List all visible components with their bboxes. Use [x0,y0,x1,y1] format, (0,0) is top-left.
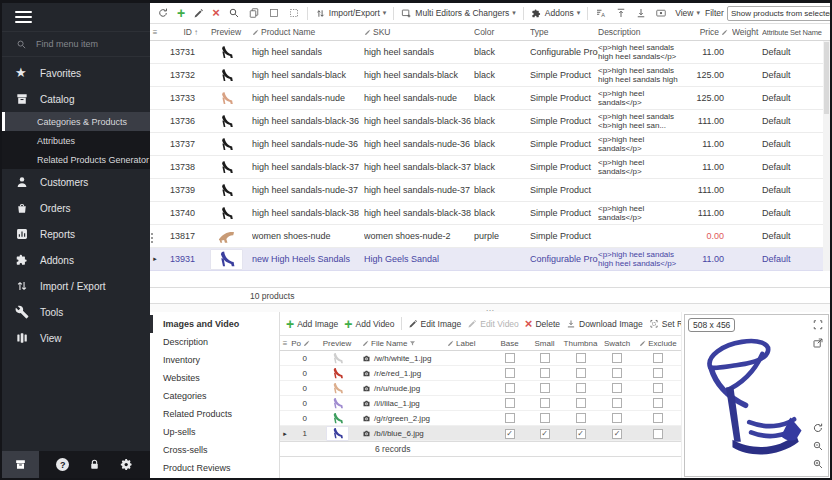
sidebar-item-import-export[interactable]: Import / Export [2,273,150,299]
exclude-checkbox[interactable] [653,398,663,408]
small-checkbox[interactable] [540,353,550,363]
product-row[interactable]: 13738high heel sandals-black-37high heel… [150,156,830,179]
thumbnail-checkbox[interactable] [576,383,586,393]
refresh-button[interactable] [154,5,172,21]
column-header-attribute-set[interactable]: Attribute Set Name [762,28,823,37]
image-row[interactable]: 0/n/u/nude.jpg [280,381,681,396]
swatch-checkbox[interactable] [612,429,622,439]
add-video-button[interactable]: +Add Video [342,316,396,332]
tab-inventory[interactable]: Inventory [150,351,279,369]
sidebar-item-attributes[interactable]: Attributes [2,131,150,150]
lock-button[interactable] [88,458,101,471]
sidebar-item-reports[interactable]: Reports [2,221,150,247]
clipboard-button[interactable] [285,5,303,21]
sidebar-item-favorites[interactable]: ★Favorites [2,60,150,86]
column-header-product-name[interactable]: Product Name [252,27,364,37]
image-row[interactable]: 0/l/i/lilac_1.jpg [280,396,681,411]
image-row[interactable]: 0/g/r/green_2.jpg [280,411,681,426]
add-image-button[interactable]: +Add Image [284,316,340,332]
tab-product-reviews[interactable]: Product Reviews [150,459,279,477]
product-row[interactable]: 13817women shoes-nudewomen shoes-nude-2p… [150,225,830,248]
add-product-button[interactable]: + [174,5,188,21]
sidebar-item-orders[interactable]: Orders [2,195,150,221]
exclude-checkbox[interactable] [653,429,663,439]
product-row[interactable]: 13740high heel sandals-black-38high heel… [150,202,830,225]
column-header-file-name[interactable]: File Name [362,339,447,348]
exclude-checkbox[interactable] [653,383,663,393]
exclude-checkbox[interactable] [653,413,663,423]
search-button[interactable] [225,5,243,21]
addons-menu[interactable]: Addons▾ [528,6,583,21]
zoom-out-button[interactable] [812,440,824,452]
category-filter-select[interactable]: Show products from selected categories ▾ [727,6,830,21]
sidebar-item-customers[interactable]: Customers [2,169,150,195]
swatch-checkbox[interactable] [612,368,622,378]
grid-vertical-scrollbar[interactable] [823,41,830,271]
small-checkbox[interactable] [540,398,550,408]
thumbnail-checkbox[interactable] [576,429,586,439]
tab-up-sells[interactable]: Up-sells [150,423,279,441]
sort-button[interactable] [592,5,610,21]
product-row[interactable]: 13736high heel sandals-black-36high heel… [150,110,830,133]
select-button[interactable] [265,5,283,21]
sidebar-item-tools[interactable]: Tools [2,299,150,325]
column-header-sku[interactable]: SKU [364,27,474,37]
set-resize-rule-button[interactable]: Set Resize Rule [647,317,681,331]
view-menu[interactable]: View▾ [672,6,703,20]
column-header-id[interactable]: ID↑ [160,27,200,37]
edit-product-button[interactable] [190,6,207,21]
menu-toggle-button[interactable] [15,11,32,23]
image-row[interactable]: 0/w/h/white_1.jpg [280,351,681,366]
base-checkbox[interactable] [505,398,515,408]
product-row[interactable]: 13733high heel sandals-nudehigh heel san… [150,87,830,110]
delete-image-button[interactable]: ×Delete [523,316,562,332]
grid-options-icon[interactable]: ≡ [280,339,290,348]
swatch-checkbox[interactable] [612,398,622,408]
base-checkbox[interactable] [505,383,515,393]
column-header-swatch[interactable]: Swatch [599,339,635,348]
sidebar-item-related-products-generator[interactable]: Related Products Generator [2,150,150,169]
small-checkbox[interactable] [540,383,550,393]
product-row[interactable]: 13739high heel sandals-nude-37high heel … [150,179,830,202]
settings-button[interactable] [120,458,133,471]
grid-options-icon[interactable]: ≡ [150,28,160,37]
base-checkbox[interactable] [505,368,515,378]
image-row-selected[interactable]: ▸1/b/l/blue_6.jpg [280,426,681,441]
column-header-small[interactable]: Small [527,339,562,348]
column-header-preview[interactable]: Preview [312,339,362,348]
column-header-label[interactable]: Label [447,339,492,348]
thumbnail-checkbox[interactable] [576,353,586,363]
delete-product-button[interactable]: × [209,5,223,21]
swatch-checkbox[interactable] [612,413,622,423]
column-header-color[interactable]: Color [474,27,530,37]
column-header-preview[interactable]: Preview [200,27,252,37]
image-row[interactable]: 0/r/e/red_1.jpg [280,366,681,381]
sidebar-item-view[interactable]: View [2,325,150,351]
tab-related-products[interactable]: Related Products [150,405,279,423]
move-top-button[interactable] [612,5,630,21]
thumbnail-checkbox[interactable] [576,413,586,423]
sidebar-item-catalog[interactable]: Catalog [2,86,150,112]
import-export-menu[interactable]: Import/Export▾ [312,6,390,21]
move-bottom-button[interactable] [632,5,650,21]
small-checkbox[interactable] [540,368,550,378]
column-header-exclude[interactable]: Exclude [635,339,681,348]
help-button[interactable]: ? [56,458,69,471]
edit-image-button[interactable]: Edit Image [406,317,464,331]
exclude-checkbox[interactable] [653,353,663,363]
menu-search-input[interactable]: Find menu item [2,31,150,57]
product-row[interactable]: 13731high heel sandalshigh heel sandalsb… [150,41,830,64]
product-row[interactable]: 13732high heel sandals-blackhigh heel sa… [150,64,830,87]
tab-images-and-video[interactable]: Images and Video [150,315,279,333]
copy-button[interactable] [245,5,263,21]
column-header-type[interactable]: Type [530,27,598,37]
base-checkbox[interactable] [505,413,515,423]
product-row-selected[interactable]: ▸13931new High Heels SandalsHigh Geels S… [150,248,830,271]
column-header-position[interactable]: Po [290,339,312,348]
product-row[interactable]: 13737high heel sandals-nude-36high heel … [150,133,830,156]
tab-description[interactable]: Description [150,333,279,351]
store-button[interactable] [2,451,39,478]
swatch-checkbox[interactable] [612,353,622,363]
preview-button[interactable] [652,5,670,21]
tab-cross-sells[interactable]: Cross-sells [150,441,279,459]
